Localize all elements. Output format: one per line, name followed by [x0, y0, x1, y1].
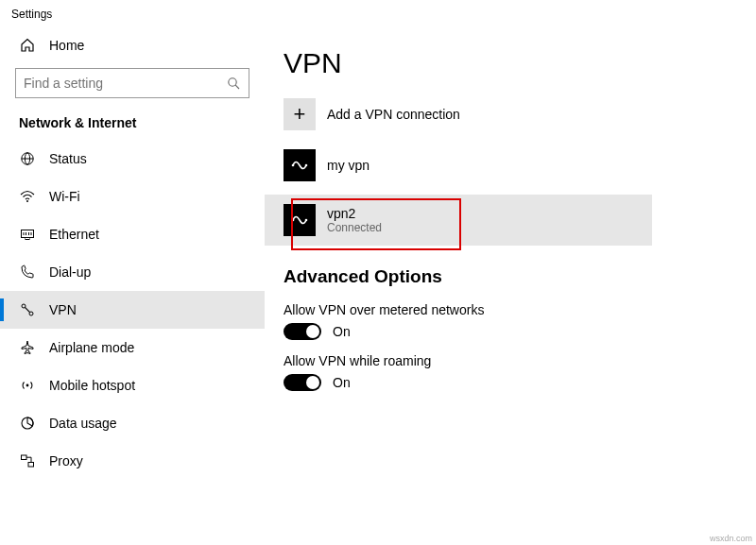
sidebar-item-label: Proxy [49, 453, 83, 468]
svg-line-1 [235, 85, 239, 89]
svg-rect-6 [22, 230, 34, 238]
sidebar-item-label: Dial-up [49, 264, 91, 280]
svg-point-22 [305, 219, 308, 222]
vpn-connection-name: vpn2 [327, 206, 382, 221]
svg-point-20 [305, 164, 308, 167]
page-title: VPN [265, 47, 756, 93]
sidebar-item-hotspot[interactable]: Mobile hotspot [0, 366, 265, 404]
vpn-connection-row[interactable]: vpn2 Connected [265, 195, 652, 246]
vpn-connection-name: my vpn [327, 158, 369, 173]
vpn-icon [19, 302, 36, 317]
plus-icon: + [284, 98, 316, 130]
sidebar-item-label: VPN [49, 302, 77, 317]
airplane-icon [19, 340, 36, 355]
svg-line-14 [25, 307, 29, 312]
svg-point-12 [22, 304, 26, 308]
proxy-icon [19, 453, 36, 468]
option-metered-label: Allow VPN over metered networks [265, 297, 756, 321]
sidebar-item-status[interactable]: Status [0, 140, 265, 178]
main-panel: VPN + Add a VPN connection my vpn vpn2 C… [265, 28, 756, 545]
toggle-metered[interactable] [284, 323, 321, 340]
sidebar-item-proxy[interactable]: Proxy [0, 442, 265, 480]
window-title: Settings [0, 0, 756, 28]
watermark: wsxdn.com [710, 534, 752, 543]
sidebar-item-ethernet[interactable]: Ethernet [0, 215, 265, 253]
vpn-connection-icon [284, 204, 316, 236]
wifi-icon [19, 189, 36, 204]
sidebar-item-airplane[interactable]: Airplane mode [0, 329, 265, 366]
toggle-metered-state: On [333, 324, 351, 339]
sidebar-item-vpn[interactable]: VPN [0, 291, 265, 329]
svg-point-0 [229, 78, 236, 86]
sidebar-item-label: Airplane mode [49, 340, 134, 355]
add-vpn-row[interactable]: + Add a VPN connection [265, 93, 756, 136]
sidebar-item-dialup[interactable]: Dial-up [0, 253, 265, 291]
vpn-connection-icon [284, 149, 316, 181]
toggle-roaming-state: On [333, 375, 351, 390]
svg-point-15 [26, 384, 29, 387]
sidebar-item-wifi[interactable]: Wi-Fi [0, 178, 265, 215]
phone-icon [19, 264, 36, 280]
sidebar-home[interactable]: Home [0, 28, 265, 62]
hotspot-icon [19, 378, 36, 393]
vpn-connection-status: Connected [327, 221, 382, 234]
vpn-connection-row[interactable]: my vpn [265, 144, 756, 187]
search-icon [226, 76, 241, 91]
sidebar-item-label: Wi-Fi [49, 189, 80, 204]
sidebar-item-label: Data usage [49, 416, 117, 431]
add-vpn-label: Add a VPN connection [327, 107, 460, 122]
sidebar-item-datausage[interactable]: Data usage [0, 404, 265, 442]
globe-icon [19, 151, 36, 166]
sidebar-section-title: Network & Internet [0, 111, 265, 140]
svg-point-21 [292, 219, 295, 222]
sidebar-item-label: Status [49, 151, 87, 166]
svg-rect-7 [26, 238, 29, 240]
sidebar-item-label: Ethernet [49, 227, 99, 242]
svg-point-13 [29, 312, 33, 315]
svg-point-19 [292, 164, 295, 167]
ethernet-icon [19, 227, 36, 242]
sidebar-item-label: Mobile hotspot [49, 378, 135, 393]
home-icon [19, 38, 36, 53]
search-input[interactable] [24, 76, 226, 91]
advanced-options-heading: Advanced Options [265, 246, 756, 297]
toggle-roaming[interactable] [284, 374, 321, 391]
sidebar-home-label: Home [49, 38, 84, 53]
sidebar: Home Network & Internet Status Wi-Fi [0, 28, 265, 545]
svg-point-5 [26, 200, 28, 202]
data-icon [19, 416, 36, 431]
search-box[interactable] [15, 68, 249, 98]
svg-rect-18 [28, 463, 34, 468]
svg-rect-17 [22, 455, 27, 460]
option-roaming-label: Allow VPN while roaming [265, 348, 756, 372]
